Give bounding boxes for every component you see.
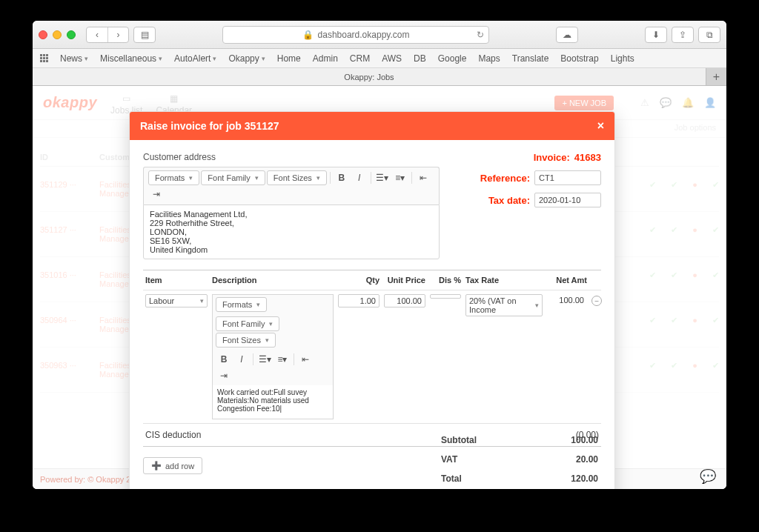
active-tab[interactable]: Okappy: Jobs: [33, 68, 706, 85]
delete-row-icon[interactable]: –: [591, 296, 602, 306]
italic-icon[interactable]: I: [351, 170, 368, 185]
browser-window: ‹ › ▤ 🔒 dashboard.okappy.com ↻ ☁ ⬇ ⇪ ⧉ N…: [33, 21, 726, 489]
total-label: Total: [441, 473, 462, 484]
indent-icon[interactable]: ⇥: [148, 187, 165, 202]
bookmark-item[interactable]: Lights: [605, 53, 640, 64]
vat-label: VAT: [441, 454, 457, 465]
bullet-list-icon[interactable]: ☰▾: [374, 170, 391, 185]
total-value: 120.00: [571, 473, 598, 484]
bookmark-item[interactable]: AWS: [376, 53, 408, 64]
totals-block: Subtotal100.00 VAT20.00 Total120.00: [438, 430, 601, 488]
desc-formats-dropdown[interactable]: Formats: [216, 297, 267, 312]
desc-ordered-list-icon[interactable]: ≡▾: [274, 352, 291, 367]
reference-input[interactable]: [534, 170, 601, 185]
bookmark-item[interactable]: CRM: [344, 53, 376, 64]
bookmark-item[interactable]: Home: [271, 53, 307, 64]
forward-icon[interactable]: ›: [107, 27, 128, 42]
desc-italic-icon[interactable]: I: [233, 352, 250, 367]
browser-toolbar: ‹ › ▤ 🔒 dashboard.okappy.com ↻ ☁ ⬇ ⇪ ⧉: [33, 21, 726, 49]
refresh-icon[interactable]: ↻: [477, 30, 484, 40]
bookmark-item[interactable]: Admin: [307, 53, 344, 64]
bell-icon[interactable]: 🔔: [682, 97, 694, 108]
tabs-button[interactable]: ⧉: [698, 27, 720, 43]
subtotal-label: Subtotal: [441, 435, 477, 445]
header-icons: ⚠ 💬 🔔 👤: [640, 97, 716, 108]
desc-bold-icon[interactable]: B: [216, 352, 232, 367]
address-bar[interactable]: 🔒 dashboard.okappy.com ↻: [222, 26, 489, 44]
share-button[interactable]: ⇪: [672, 27, 694, 43]
tabs-icon: ⧉: [699, 27, 720, 42]
address-label: Customer address: [143, 152, 440, 162]
desc-indent-icon[interactable]: ⇥: [216, 368, 232, 383]
new-tab-button[interactable]: +: [706, 68, 726, 85]
subtotal-value: 100.00: [571, 435, 598, 445]
col-description: Description: [210, 274, 336, 286]
address-editor[interactable]: Facilities Management Ltd, 229 Rotherhit…: [143, 205, 440, 259]
alert-icon[interactable]: ⚠: [640, 97, 649, 108]
font-sizes-dropdown[interactable]: Font Sizes: [267, 170, 327, 185]
minimize-window-icon[interactable]: [53, 30, 62, 39]
sidebar-toggle[interactable]: ▤: [133, 27, 156, 43]
bookmark-item[interactable]: News▾: [54, 53, 94, 64]
tab-strip: Okappy: Jobs +: [33, 68, 726, 86]
maximize-window-icon[interactable]: [67, 30, 76, 39]
outdent-icon[interactable]: ⇤: [415, 170, 431, 185]
bookmark-item[interactable]: Miscellaneous▾: [94, 53, 168, 64]
ordered-list-icon[interactable]: ≡▾: [392, 170, 408, 185]
nav-back-forward[interactable]: ‹ ›: [86, 27, 129, 43]
close-icon[interactable]: ×: [597, 119, 604, 133]
back-icon[interactable]: ‹: [87, 27, 107, 42]
col-net-amt: Net Amt: [545, 274, 589, 286]
cloud-button[interactable]: ☁: [556, 27, 578, 43]
cloud-icon: ☁: [557, 27, 577, 42]
invoice-number: 41683: [574, 152, 601, 163]
col-tax-rate: Tax Rate: [463, 274, 545, 286]
desc-editor[interactable]: Work carried out:Full suvey Materials:No…: [212, 385, 334, 419]
apps-icon[interactable]: [40, 54, 48, 62]
col-item: Item: [143, 274, 210, 286]
bold-icon[interactable]: B: [334, 170, 350, 185]
bookmark-item[interactable]: Maps: [472, 53, 506, 64]
panel-icon: ▤: [134, 27, 155, 42]
raise-invoice-modal: Raise invoice for job 351127 × Customer …: [129, 111, 615, 489]
unit-price-input[interactable]: 100.00: [384, 294, 425, 307]
page-content: okappy ▭Jobs list ▦Calendar + NEW JOB ⚠ …: [33, 86, 726, 489]
bookmark-item[interactable]: Translate: [506, 53, 555, 64]
bookmarks-bar: News▾Miscellaneous▾AutoAlert▾Okappy▾Home…: [33, 49, 726, 68]
chat-icon[interactable]: 💬: [660, 97, 672, 108]
address-editor-toolbar: Formats Font Family Font Sizes B I ☰▾ ≡▾…: [143, 167, 440, 205]
chat-bubble-icon[interactable]: 💬: [700, 468, 716, 485]
discount-input[interactable]: [430, 294, 461, 299]
bookmark-item[interactable]: AutoAlert▾: [168, 53, 222, 64]
item-select[interactable]: Labour▾: [145, 294, 208, 307]
desc-bullet-list-icon[interactable]: ☰▾: [256, 352, 273, 367]
url-host: dashboard.okappy.com: [318, 30, 410, 40]
new-job-button[interactable]: + NEW JOB: [554, 96, 614, 110]
tax-rate-select[interactable]: 20% (VAT on Income▾: [465, 294, 543, 316]
plus-icon: ➕: [151, 461, 162, 471]
user-icon[interactable]: 👤: [704, 97, 716, 108]
close-window-icon[interactable]: [39, 30, 47, 39]
taxdate-label: Tax date:: [488, 195, 530, 206]
window-controls: [39, 30, 76, 39]
okappy-logo: okappy: [43, 94, 97, 111]
desc-fontsizes-dropdown[interactable]: Font Sizes: [216, 333, 276, 348]
bookmark-item[interactable]: Okappy▾: [222, 53, 271, 64]
add-row-button[interactable]: ➕add row: [143, 457, 202, 474]
formats-dropdown[interactable]: Formats: [148, 170, 199, 185]
net-amount: 100.00: [547, 294, 587, 306]
qty-input[interactable]: 1.00: [338, 294, 380, 307]
invoice-label: Invoice:: [534, 152, 570, 163]
taxdate-input[interactable]: [534, 193, 601, 207]
bookmark-item[interactable]: Bootstrap: [554, 53, 604, 64]
download-button[interactable]: ⬇: [645, 27, 667, 43]
bookmark-item[interactable]: DB: [408, 53, 432, 64]
col-qty: Qty: [336, 274, 382, 286]
line-item-row: Labour▾ Formats Font Family Font Sizes B: [143, 290, 601, 423]
reference-label: Reference:: [480, 173, 530, 184]
desc-fontfamily-dropdown[interactable]: Font Family: [216, 316, 279, 331]
bookmark-item[interactable]: Google: [432, 53, 473, 64]
download-icon: ⬇: [646, 27, 666, 42]
desc-outdent-icon[interactable]: ⇤: [297, 352, 314, 367]
font-family-dropdown[interactable]: Font Family: [201, 170, 265, 185]
